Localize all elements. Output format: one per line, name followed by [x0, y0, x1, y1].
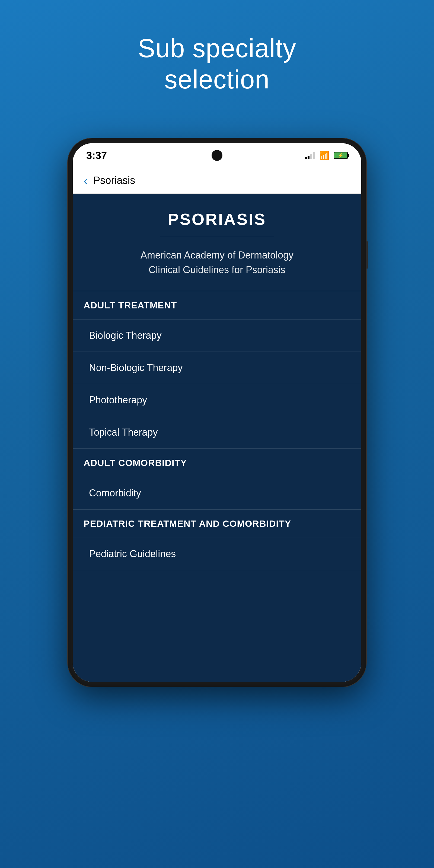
disease-title: PSORIASIS	[84, 210, 350, 229]
signal-bar-2	[308, 156, 310, 159]
status-icons: 📶 ⚡	[305, 151, 348, 160]
menu-item-comorbidity[interactable]: Comorbidity	[73, 477, 361, 509]
menu-item-label-biologic: Biologic Therapy	[89, 330, 162, 341]
phone-frame: 3:37 📶 ⚡	[68, 138, 366, 687]
signal-bar-1	[305, 157, 307, 159]
menu-item-label-non-biologic: Non-Biologic Therapy	[89, 362, 183, 373]
menu-item-label-topical: Topical Therapy	[89, 427, 158, 438]
camera-notch	[212, 150, 222, 161]
menu-item-topical-therapy[interactable]: Topical Therapy	[73, 416, 361, 448]
app-content: PSORIASIS American Academy of Dermatolog…	[73, 194, 361, 682]
nav-bar: ‹ Psoriasis	[73, 167, 361, 194]
nav-title: Psoriasis	[93, 175, 135, 186]
signal-icon	[305, 152, 315, 159]
page-title: Sub specialty selection	[138, 33, 296, 95]
menu-item-label-phototherapy: Phototherapy	[89, 394, 147, 405]
section-header-pediatric: PEDIATRIC TREATMENT AND COMORBIDITY	[73, 509, 361, 538]
back-button[interactable]: ‹	[84, 174, 88, 187]
menu-item-phototherapy[interactable]: Phototherapy	[73, 384, 361, 416]
title-divider	[160, 237, 274, 237]
menu-item-biologic-therapy[interactable]: Biologic Therapy	[73, 319, 361, 352]
wifi-icon: 📶	[319, 151, 329, 160]
status-bar: 3:37 📶 ⚡	[73, 143, 361, 167]
section-header-adult-comorbidity: ADULT COMORBIDITY	[73, 448, 361, 477]
phone-mockup: 3:37 📶 ⚡	[68, 138, 366, 687]
signal-bar-3	[310, 154, 312, 159]
phone-screen: 3:37 📶 ⚡	[73, 143, 361, 682]
battery-icon: ⚡	[334, 152, 348, 159]
menu-item-non-biologic-therapy[interactable]: Non-Biologic Therapy	[73, 352, 361, 384]
menu-item-label-pediatric: Pediatric Guidelines	[89, 548, 176, 559]
menu-item-pediatric-guidelines[interactable]: Pediatric Guidelines	[73, 538, 361, 570]
section-header-text-adult-treatment: ADULT TREATMENT	[84, 300, 177, 310]
content-header: PSORIASIS American Academy of Dermatolog…	[73, 194, 361, 291]
section-header-text-adult-comorbidity: ADULT COMORBIDITY	[84, 458, 187, 468]
section-header-text-pediatric: PEDIATRIC TREATMENT AND COMORBIDITY	[84, 518, 291, 529]
menu-item-label-comorbidity: Comorbidity	[89, 488, 141, 499]
signal-bar-4	[313, 152, 315, 159]
status-time: 3:37	[86, 150, 107, 161]
section-header-adult-treatment: ADULT TREATMENT	[73, 291, 361, 319]
battery-body: ⚡	[334, 152, 348, 159]
battery-bolt: ⚡	[338, 152, 344, 158]
disease-subtitle: American Academy of Dermatology Clinical…	[84, 248, 350, 277]
